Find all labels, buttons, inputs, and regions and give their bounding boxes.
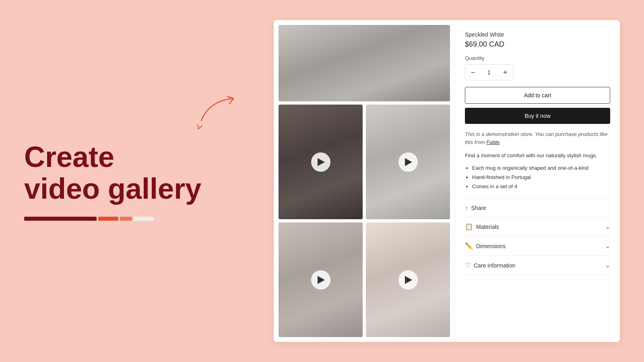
quantity-increase-button[interactable]: + xyxy=(497,65,513,80)
buy-now-button[interactable]: Buy it now xyxy=(465,108,610,124)
progress-segment-2 xyxy=(98,217,118,221)
quantity-value: 1 xyxy=(481,69,497,76)
progress-segment-1 xyxy=(24,217,97,221)
product-variant: Speckled White xyxy=(465,31,610,38)
progress-bar xyxy=(24,217,217,221)
care-label: Care information xyxy=(474,262,516,269)
play-icon-1 xyxy=(318,158,325,166)
dimensions-chevron: ⌄ xyxy=(605,242,610,250)
materials-icon: 📋 xyxy=(465,223,473,230)
gallery-item-4[interactable] xyxy=(366,222,450,337)
accordion-care-header[interactable]: ♡ Care information ⌄ xyxy=(465,256,610,275)
quantity-decrease-button[interactable]: − xyxy=(465,65,481,80)
materials-label: Materials xyxy=(476,224,499,230)
product-description: Find a moment of comfort with our natura… xyxy=(465,152,610,160)
progress-segment-3 xyxy=(120,217,132,221)
feature-1: Each mug is organically shaped and one-o… xyxy=(472,165,610,172)
feature-3: Comes in a set of 4 xyxy=(472,183,610,190)
gallery-top-image[interactable] xyxy=(279,25,450,101)
left-panel: Create video gallery xyxy=(24,141,217,221)
demo-notice: This is a demonstration store. You can p… xyxy=(465,130,610,146)
arrow-annotation xyxy=(193,93,242,133)
gallery-item-2[interactable] xyxy=(366,105,450,219)
dimensions-label: Dimensions xyxy=(476,243,506,249)
share-label: Share xyxy=(471,205,486,211)
product-card: Speckled White $69.00 CAD Quantity − 1 +… xyxy=(274,20,620,342)
accordion-care: ♡ Care information ⌄ xyxy=(465,256,610,275)
play-button-2[interactable] xyxy=(398,152,418,172)
play-button-3[interactable] xyxy=(311,270,330,290)
gallery-panel xyxy=(274,20,455,342)
progress-segment-4 xyxy=(134,217,154,221)
gallery-item-1[interactable] xyxy=(279,105,363,219)
play-icon-3 xyxy=(318,276,325,284)
gallery-item-3[interactable] xyxy=(279,222,363,337)
play-button-4[interactable] xyxy=(398,270,418,290)
play-icon-4 xyxy=(405,276,412,284)
share-icon: ↑ xyxy=(465,204,468,211)
add-to-cart-button[interactable]: Add to cart xyxy=(465,87,610,104)
materials-chevron: ⌄ xyxy=(605,223,610,230)
care-icon: ♡ xyxy=(465,261,471,269)
fable-link[interactable]: Fable xyxy=(486,139,500,145)
care-chevron: ⌄ xyxy=(605,261,610,269)
feature-2: Hand-finished in Portugal xyxy=(472,174,610,181)
product-info-panel: Speckled White $69.00 CAD Quantity − 1 +… xyxy=(455,20,620,342)
accordion-dimensions-header[interactable]: ✏️ Dimensions ⌄ xyxy=(465,237,610,255)
accordion-dimensions: ✏️ Dimensions ⌄ xyxy=(465,237,610,256)
play-button-1[interactable] xyxy=(311,152,330,172)
quantity-control: − 1 + xyxy=(465,64,513,80)
product-price: $69.00 CAD xyxy=(465,40,610,49)
play-icon-2 xyxy=(405,158,412,166)
product-features: Each mug is organically shaped and one-o… xyxy=(465,165,610,191)
share-section[interactable]: ↑ Share xyxy=(465,198,610,217)
quantity-label: Quantity xyxy=(465,55,610,61)
dimensions-icon: ✏️ xyxy=(465,242,473,250)
gallery-grid xyxy=(279,105,450,337)
hero-title: Create video gallery xyxy=(24,141,217,205)
accordion-materials: 📋 Materials ⌄ xyxy=(465,217,610,237)
accordion-materials-header[interactable]: 📋 Materials ⌄ xyxy=(465,217,610,236)
